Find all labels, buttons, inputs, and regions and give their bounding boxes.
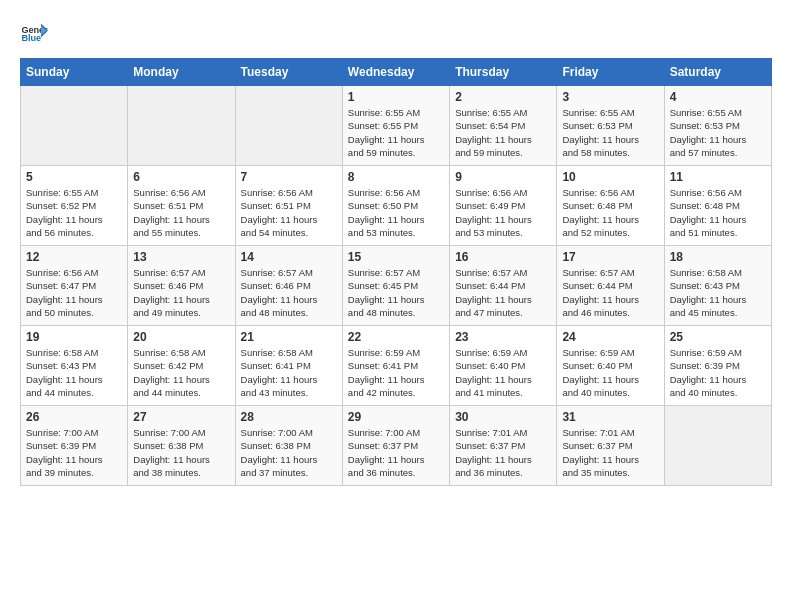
calendar-header: SundayMondayTuesdayWednesdayThursdayFrid…: [21, 59, 772, 86]
calendar-cell: 25Sunrise: 6:59 AMSunset: 6:39 PMDayligh…: [664, 326, 771, 406]
calendar-cell: [664, 406, 771, 486]
weekday-header: Sunday: [21, 59, 128, 86]
calendar-cell: 20Sunrise: 6:58 AMSunset: 6:42 PMDayligh…: [128, 326, 235, 406]
page-header: General Blue: [20, 20, 772, 48]
calendar-cell: 31Sunrise: 7:01 AMSunset: 6:37 PMDayligh…: [557, 406, 664, 486]
calendar-cell: 29Sunrise: 7:00 AMSunset: 6:37 PMDayligh…: [342, 406, 449, 486]
calendar-cell: 21Sunrise: 6:58 AMSunset: 6:41 PMDayligh…: [235, 326, 342, 406]
calendar-cell: 4Sunrise: 6:55 AMSunset: 6:53 PMDaylight…: [664, 86, 771, 166]
day-number: 5: [26, 170, 122, 184]
day-number: 9: [455, 170, 551, 184]
logo: General Blue: [20, 20, 52, 48]
day-number: 16: [455, 250, 551, 264]
calendar-cell: 6Sunrise: 6:56 AMSunset: 6:51 PMDaylight…: [128, 166, 235, 246]
day-info: Sunrise: 6:59 AMSunset: 6:41 PMDaylight:…: [348, 346, 444, 399]
calendar-cell: 10Sunrise: 6:56 AMSunset: 6:48 PMDayligh…: [557, 166, 664, 246]
calendar-cell: 19Sunrise: 6:58 AMSunset: 6:43 PMDayligh…: [21, 326, 128, 406]
calendar-week-row: 1Sunrise: 6:55 AMSunset: 6:55 PMDaylight…: [21, 86, 772, 166]
day-info: Sunrise: 6:55 AMSunset: 6:52 PMDaylight:…: [26, 186, 122, 239]
day-number: 7: [241, 170, 337, 184]
weekday-row: SundayMondayTuesdayWednesdayThursdayFrid…: [21, 59, 772, 86]
calendar-cell: 8Sunrise: 6:56 AMSunset: 6:50 PMDaylight…: [342, 166, 449, 246]
calendar-cell: 14Sunrise: 6:57 AMSunset: 6:46 PMDayligh…: [235, 246, 342, 326]
logo-icon: General Blue: [20, 20, 48, 48]
day-info: Sunrise: 6:59 AMSunset: 6:40 PMDaylight:…: [455, 346, 551, 399]
day-info: Sunrise: 7:00 AMSunset: 6:38 PMDaylight:…: [133, 426, 229, 479]
calendar-cell: [235, 86, 342, 166]
svg-text:Blue: Blue: [21, 33, 41, 43]
day-number: 20: [133, 330, 229, 344]
day-number: 29: [348, 410, 444, 424]
day-number: 4: [670, 90, 766, 104]
calendar-week-row: 12Sunrise: 6:56 AMSunset: 6:47 PMDayligh…: [21, 246, 772, 326]
calendar-cell: 22Sunrise: 6:59 AMSunset: 6:41 PMDayligh…: [342, 326, 449, 406]
calendar-cell: 24Sunrise: 6:59 AMSunset: 6:40 PMDayligh…: [557, 326, 664, 406]
calendar-cell: 17Sunrise: 6:57 AMSunset: 6:44 PMDayligh…: [557, 246, 664, 326]
calendar-body: 1Sunrise: 6:55 AMSunset: 6:55 PMDaylight…: [21, 86, 772, 486]
day-number: 10: [562, 170, 658, 184]
day-info: Sunrise: 7:00 AMSunset: 6:38 PMDaylight:…: [241, 426, 337, 479]
day-number: 21: [241, 330, 337, 344]
calendar-cell: 23Sunrise: 6:59 AMSunset: 6:40 PMDayligh…: [450, 326, 557, 406]
day-info: Sunrise: 6:55 AMSunset: 6:53 PMDaylight:…: [670, 106, 766, 159]
day-number: 12: [26, 250, 122, 264]
day-info: Sunrise: 7:00 AMSunset: 6:39 PMDaylight:…: [26, 426, 122, 479]
day-info: Sunrise: 6:57 AMSunset: 6:46 PMDaylight:…: [133, 266, 229, 319]
day-number: 25: [670, 330, 766, 344]
day-info: Sunrise: 6:58 AMSunset: 6:43 PMDaylight:…: [26, 346, 122, 399]
weekday-header: Thursday: [450, 59, 557, 86]
calendar-cell: 9Sunrise: 6:56 AMSunset: 6:49 PMDaylight…: [450, 166, 557, 246]
calendar-table: SundayMondayTuesdayWednesdayThursdayFrid…: [20, 58, 772, 486]
calendar-cell: 16Sunrise: 6:57 AMSunset: 6:44 PMDayligh…: [450, 246, 557, 326]
weekday-header: Friday: [557, 59, 664, 86]
weekday-header: Wednesday: [342, 59, 449, 86]
day-info: Sunrise: 6:57 AMSunset: 6:45 PMDaylight:…: [348, 266, 444, 319]
day-number: 30: [455, 410, 551, 424]
calendar-cell: 3Sunrise: 6:55 AMSunset: 6:53 PMDaylight…: [557, 86, 664, 166]
day-info: Sunrise: 6:59 AMSunset: 6:39 PMDaylight:…: [670, 346, 766, 399]
day-number: 14: [241, 250, 337, 264]
day-info: Sunrise: 6:56 AMSunset: 6:48 PMDaylight:…: [670, 186, 766, 239]
day-number: 1: [348, 90, 444, 104]
day-info: Sunrise: 6:59 AMSunset: 6:40 PMDaylight:…: [562, 346, 658, 399]
day-info: Sunrise: 6:58 AMSunset: 6:41 PMDaylight:…: [241, 346, 337, 399]
calendar-cell: 18Sunrise: 6:58 AMSunset: 6:43 PMDayligh…: [664, 246, 771, 326]
day-info: Sunrise: 6:56 AMSunset: 6:51 PMDaylight:…: [241, 186, 337, 239]
day-number: 27: [133, 410, 229, 424]
day-info: Sunrise: 6:57 AMSunset: 6:44 PMDaylight:…: [562, 266, 658, 319]
day-number: 17: [562, 250, 658, 264]
day-info: Sunrise: 6:55 AMSunset: 6:55 PMDaylight:…: [348, 106, 444, 159]
weekday-header: Saturday: [664, 59, 771, 86]
day-info: Sunrise: 6:56 AMSunset: 6:50 PMDaylight:…: [348, 186, 444, 239]
calendar-cell: 15Sunrise: 6:57 AMSunset: 6:45 PMDayligh…: [342, 246, 449, 326]
day-number: 22: [348, 330, 444, 344]
calendar-cell: 28Sunrise: 7:00 AMSunset: 6:38 PMDayligh…: [235, 406, 342, 486]
calendar-cell: 7Sunrise: 6:56 AMSunset: 6:51 PMDaylight…: [235, 166, 342, 246]
day-number: 11: [670, 170, 766, 184]
calendar-cell: 5Sunrise: 6:55 AMSunset: 6:52 PMDaylight…: [21, 166, 128, 246]
day-number: 31: [562, 410, 658, 424]
calendar-cell: 12Sunrise: 6:56 AMSunset: 6:47 PMDayligh…: [21, 246, 128, 326]
day-info: Sunrise: 6:56 AMSunset: 6:51 PMDaylight:…: [133, 186, 229, 239]
day-number: 15: [348, 250, 444, 264]
calendar-cell: 11Sunrise: 6:56 AMSunset: 6:48 PMDayligh…: [664, 166, 771, 246]
calendar-cell: 27Sunrise: 7:00 AMSunset: 6:38 PMDayligh…: [128, 406, 235, 486]
day-info: Sunrise: 6:56 AMSunset: 6:48 PMDaylight:…: [562, 186, 658, 239]
day-number: 3: [562, 90, 658, 104]
calendar-cell: 30Sunrise: 7:01 AMSunset: 6:37 PMDayligh…: [450, 406, 557, 486]
day-info: Sunrise: 6:56 AMSunset: 6:49 PMDaylight:…: [455, 186, 551, 239]
day-number: 13: [133, 250, 229, 264]
day-number: 28: [241, 410, 337, 424]
day-number: 23: [455, 330, 551, 344]
calendar-cell: 1Sunrise: 6:55 AMSunset: 6:55 PMDaylight…: [342, 86, 449, 166]
calendar-cell: 2Sunrise: 6:55 AMSunset: 6:54 PMDaylight…: [450, 86, 557, 166]
calendar-cell: [21, 86, 128, 166]
day-info: Sunrise: 6:58 AMSunset: 6:42 PMDaylight:…: [133, 346, 229, 399]
day-number: 19: [26, 330, 122, 344]
day-info: Sunrise: 6:58 AMSunset: 6:43 PMDaylight:…: [670, 266, 766, 319]
day-info: Sunrise: 6:57 AMSunset: 6:46 PMDaylight:…: [241, 266, 337, 319]
weekday-header: Monday: [128, 59, 235, 86]
day-info: Sunrise: 7:01 AMSunset: 6:37 PMDaylight:…: [562, 426, 658, 479]
day-number: 24: [562, 330, 658, 344]
calendar-cell: 13Sunrise: 6:57 AMSunset: 6:46 PMDayligh…: [128, 246, 235, 326]
